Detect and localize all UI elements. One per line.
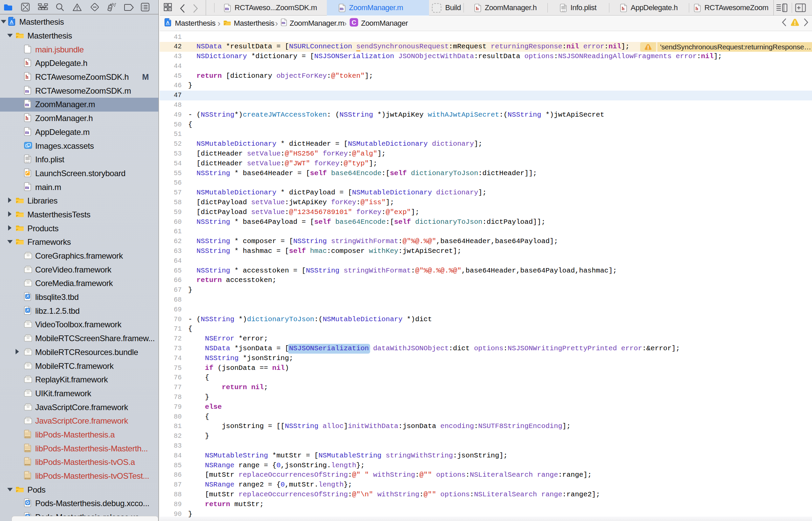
svg-text:ARCHIVE: ARCHIVE: [25, 436, 31, 438]
svg-text:C: C: [352, 19, 356, 26]
svg-text:m: m: [25, 185, 29, 190]
svg-text:h: h: [695, 5, 698, 11]
svg-text:h: h: [25, 115, 28, 121]
svg-text:A: A: [166, 20, 170, 25]
svg-text:PLIST: PLIST: [25, 161, 30, 163]
svg-text:PLIST: PLIST: [562, 10, 566, 12]
svg-text:m: m: [25, 88, 29, 93]
svg-text:h: h: [25, 60, 28, 66]
svg-text:h: h: [476, 5, 479, 11]
svg-text:h: h: [25, 74, 28, 80]
svg-text:m: m: [25, 102, 29, 107]
svg-text:ARCHIVE: ARCHIVE: [25, 478, 31, 479]
svg-text:m: m: [225, 6, 229, 11]
svg-text:m: m: [25, 130, 29, 135]
svg-text:A: A: [10, 19, 13, 24]
svg-text:ARCHIVE: ARCHIVE: [25, 464, 31, 465]
svg-text:m: m: [282, 20, 285, 25]
svg-text:m: m: [339, 6, 344, 11]
svg-text:ARCHIVE: ARCHIVE: [25, 450, 31, 452]
svg-text:h: h: [621, 5, 624, 11]
